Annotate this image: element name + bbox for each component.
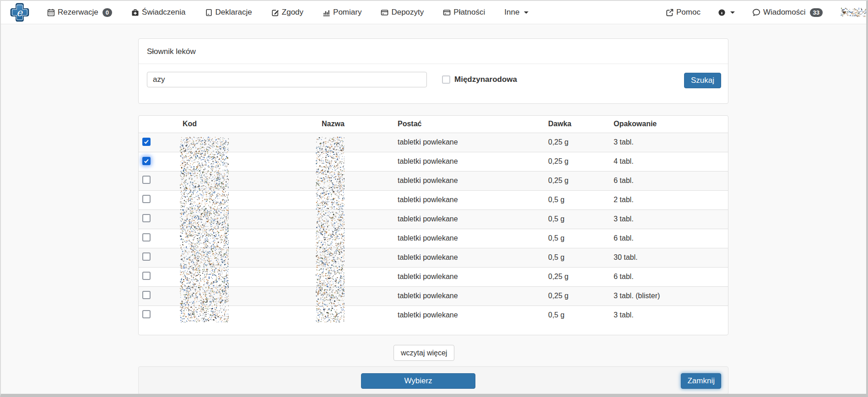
nav-item-user[interactable] <box>831 11 855 14</box>
nav-item-wiadomosci[interactable]: Wiadomości33 <box>744 8 831 17</box>
nav-item-pomiary[interactable]: Pomiary <box>313 8 371 17</box>
cell-dawka: 0,5 g <box>545 209 610 229</box>
cell-nazwa <box>318 229 394 248</box>
panel-title: Słownik leków <box>139 39 728 64</box>
cell-nazwa <box>318 190 394 209</box>
cell-nazwa <box>318 152 394 171</box>
results-panel: KodNazwaPostaćDawkaOpakowanie tabletki p… <box>138 115 728 335</box>
close-button[interactable]: Zamknij <box>681 373 721 389</box>
select-button[interactable]: Wybierz <box>361 373 475 389</box>
cell-postac: tabletki powlekane <box>394 248 545 267</box>
table-row: tabletki powlekane0,5 g6 tabl. <box>139 229 728 248</box>
nav-item-depozyty[interactable]: Depozyty <box>371 8 433 17</box>
cell-nazwa <box>318 171 394 190</box>
cell-postac: tabletki powlekane <box>394 209 545 229</box>
cell-kod <box>179 133 318 152</box>
nav-item-label: Płatności <box>453 8 485 17</box>
cell-nazwa <box>318 267 394 286</box>
column-header-opakowanie: Opakowanie <box>610 116 728 133</box>
cell-postac: tabletki powlekane <box>394 306 545 325</box>
cell-kod <box>179 190 318 209</box>
drug-search-input[interactable] <box>147 72 427 87</box>
nav-item-label: Świadczenia <box>142 8 185 17</box>
nav-item-label: Deklaracje <box>216 8 252 17</box>
table-row: tabletki powlekane0,5 g3 tabl. <box>139 306 728 325</box>
app-logo[interactable]: e <box>10 3 29 22</box>
medkit-icon <box>131 9 139 16</box>
nav-item-swiadczenia[interactable]: Świadczenia <box>122 8 195 17</box>
nav-item-label: Inne <box>504 8 519 17</box>
cell-checkbox <box>139 152 179 171</box>
search-button[interactable]: Szukaj <box>684 73 721 88</box>
cell-opakowanie: 6 tabl. <box>610 171 728 190</box>
nav-item-info[interactable] <box>709 9 744 16</box>
nav-item-pomoc[interactable]: Pomoc <box>657 8 709 17</box>
cell-dawka: 0,25 g <box>545 171 610 190</box>
chat-icon <box>752 8 760 16</box>
column-header-postać: Postać <box>394 116 545 133</box>
nav-item-label: Depozyty <box>391 8 424 17</box>
table-row: tabletki powlekane0,25 g3 tabl. (blister… <box>139 286 728 306</box>
table-row: tabletki powlekane0,25 g3 tabl. <box>139 133 728 152</box>
cell-checkbox <box>139 133 179 152</box>
table-row: tabletki powlekane0,25 g4 tabl. <box>139 152 728 171</box>
info-icon <box>718 9 726 16</box>
column-header-nazwa: Nazwa <box>318 116 394 133</box>
drug-dictionary-panel: Słownik leków Międzynarodowa Szukaj <box>138 38 728 104</box>
main-menu: Rezerwacje0ŚwiadczeniaDeklaracjeZgodyPom… <box>38 1 538 24</box>
cell-nazwa <box>318 209 394 229</box>
cell-kod <box>179 171 318 190</box>
cell-checkbox <box>139 171 179 190</box>
column-header-dawka: Dawka <box>545 116 610 133</box>
row-checkbox[interactable] <box>142 233 151 241</box>
cell-opakowanie: 3 tabl. <box>610 209 728 229</box>
row-checkbox[interactable] <box>142 138 151 146</box>
page-content: Słownik leków Międzynarodowa Szukaj <box>1 24 866 394</box>
edit-icon <box>271 9 279 16</box>
top-navbar: e Rezerwacje0ŚwiadczeniaDeklaracjeZgodyP… <box>1 1 866 24</box>
results-table: KodNazwaPostaćDawkaOpakowanie tabletki p… <box>139 116 728 325</box>
international-checkbox[interactable] <box>442 75 450 84</box>
cell-nazwa <box>318 286 394 306</box>
table-row: tabletki powlekane0,5 g2 tabl. <box>139 190 728 209</box>
cell-opakowanie: 4 tabl. <box>610 152 728 171</box>
chevron-down-icon <box>730 11 735 14</box>
cell-kod <box>179 248 318 267</box>
cell-opakowanie: 6 tabl. <box>610 229 728 248</box>
international-checkbox-field[interactable]: Międzynarodowa <box>442 75 517 84</box>
cell-nazwa <box>318 133 394 152</box>
cell-postac: tabletki powlekane <box>394 133 545 152</box>
cell-dawka: 0,25 g <box>545 133 610 152</box>
row-checkbox[interactable] <box>142 310 151 318</box>
nav-item-deklaracje[interactable]: Deklaracje <box>195 8 262 17</box>
row-checkbox[interactable] <box>142 252 151 261</box>
cell-checkbox <box>139 286 179 306</box>
row-checkbox[interactable] <box>142 214 151 222</box>
bar-chart-icon <box>323 9 330 16</box>
nav-item-rezerwacje[interactable]: Rezerwacje0 <box>38 8 122 17</box>
cell-kod <box>179 229 318 248</box>
row-checkbox[interactable] <box>142 176 151 184</box>
credit-card-icon <box>381 9 388 16</box>
row-checkbox[interactable] <box>142 157 151 165</box>
cell-checkbox <box>139 209 179 229</box>
cell-opakowanie: 3 tabl. (blister) <box>610 286 728 306</box>
nav-item-platnosci[interactable]: Płatności <box>433 8 495 17</box>
cell-postac: tabletki powlekane <box>394 229 545 248</box>
cell-opakowanie: 30 tabl. <box>610 248 728 267</box>
cell-postac: tabletki powlekane <box>394 267 545 286</box>
cell-nazwa <box>318 248 394 267</box>
row-checkbox[interactable] <box>142 195 151 203</box>
row-checkbox[interactable] <box>142 272 151 280</box>
chevron-down-icon <box>842 11 846 14</box>
cell-kod <box>179 267 318 286</box>
nav-item-label: Rezerwacje <box>58 8 98 17</box>
cell-dawka: 0,25 g <box>545 267 610 286</box>
row-checkbox[interactable] <box>142 291 151 299</box>
load-more-button[interactable]: wczytaj więcej <box>394 345 454 361</box>
cell-opakowanie: 6 tabl. <box>610 267 728 286</box>
nav-item-zgody[interactable]: Zgody <box>262 8 313 17</box>
cell-checkbox <box>139 306 179 325</box>
cell-dawka: 0,5 g <box>545 229 610 248</box>
nav-item-inne[interactable]: Inne <box>495 8 538 17</box>
